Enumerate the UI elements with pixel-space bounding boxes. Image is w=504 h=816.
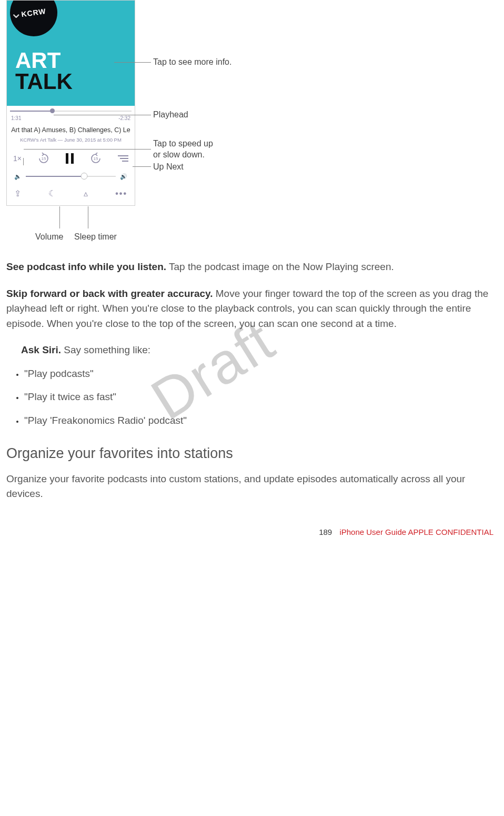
volume-slider[interactable]: 🔈 🔊 xyxy=(7,167,135,184)
more-button[interactable]: ••• xyxy=(115,187,127,200)
volume-low-icon: 🔈 xyxy=(14,172,22,181)
time-remaining: -2:32 xyxy=(118,114,130,122)
ask-siri-intro: Ask Siri. Say something like: xyxy=(6,343,498,358)
volume-high-icon: 🔊 xyxy=(120,172,127,181)
pause-button[interactable] xyxy=(66,153,74,164)
playhead-icon[interactable] xyxy=(50,108,55,113)
sleep-timer-button[interactable]: ☾ xyxy=(48,187,56,200)
share-button[interactable]: ⇪ xyxy=(14,187,21,200)
skip-back-15-button[interactable]: 15 xyxy=(37,152,50,165)
callout-up-next: Up Next xyxy=(153,162,184,173)
podcast-cover[interactable]: ⌄ KCRW ART TALK xyxy=(7,1,135,106)
svg-text:15: 15 xyxy=(42,156,46,161)
body-content: See podcast info while you listen. Tap t… xyxy=(0,260,504,502)
cover-title: ART TALK xyxy=(15,50,73,92)
page-footer: 189 iPhone User Guide APPLE CONFIDENTIAL xyxy=(319,526,493,539)
cover-line2: TALK xyxy=(15,69,73,94)
paragraph-podcast-info: See podcast info while you listen. Tap t… xyxy=(6,260,498,275)
list-item: "Play 'Freakonomics Radio' podcast" xyxy=(24,413,498,429)
callout-more-info: Tap to see more info. xyxy=(153,57,231,68)
svg-text:15: 15 xyxy=(94,156,98,161)
time-elapsed: 1:31 xyxy=(11,114,21,122)
callout-speed: Tap to speed upor slow down. xyxy=(153,138,213,161)
paragraph-skip-accuracy: Skip forward or back with greater accura… xyxy=(6,286,498,332)
episode-title: Art that A) Amuses, B) Challenges, C) Le xyxy=(7,125,135,135)
scrubber[interactable] xyxy=(7,108,135,114)
list-item: "Play it twice as fast" xyxy=(24,390,498,405)
siri-examples-list: "Play podcasts" "Play it twice as fast" … xyxy=(6,366,498,429)
page-number: 189 xyxy=(319,528,332,536)
label-volume: Volume xyxy=(35,231,63,243)
list-item: "Play podcasts" xyxy=(24,366,498,382)
up-next-button[interactable] xyxy=(118,155,128,162)
airplay-button[interactable]: ▵ xyxy=(84,187,88,200)
paragraph-stations: Organize your favorite podcasts into cus… xyxy=(6,472,498,502)
playback-speed-button[interactable]: 1× xyxy=(13,153,22,164)
label-sleep-timer: Sleep timer xyxy=(74,231,117,243)
now-playing-figure: ⌄ KCRW ART TALK 1:31 -2:32 Art that A) A… xyxy=(6,0,504,244)
skip-forward-15-button[interactable]: 15 xyxy=(89,152,102,165)
section-heading-stations: Organize your favorites into stations xyxy=(6,443,498,464)
episode-subtitle: KCRW's Art Talk — June 30, 2015 at 5:00 … xyxy=(7,136,135,144)
now-playing-screen: ⌄ KCRW ART TALK 1:31 -2:32 Art that A) A… xyxy=(6,0,135,206)
footer-text: iPhone User Guide APPLE CONFIDENTIAL xyxy=(339,528,493,536)
chevron-down-icon[interactable]: ⌄ xyxy=(10,2,22,24)
callout-playhead: Playhead xyxy=(153,110,188,121)
